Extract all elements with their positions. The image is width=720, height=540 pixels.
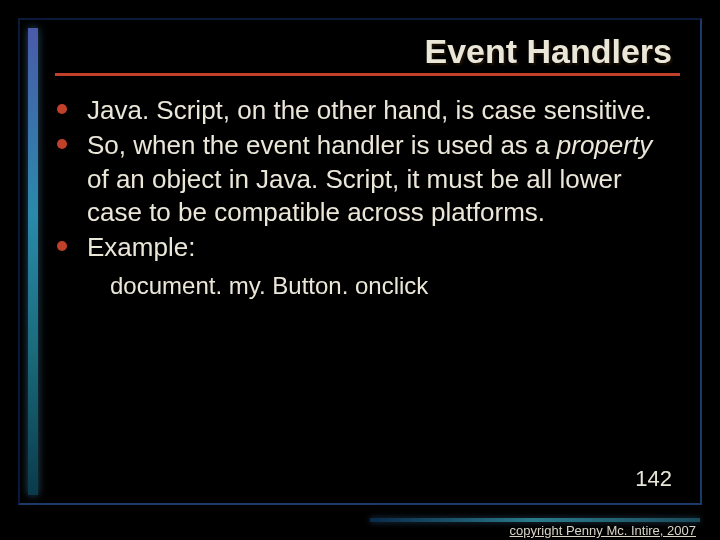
- bullet-text-pre: So, when the event handler is used as a: [87, 130, 557, 160]
- bullet-text-em: property: [557, 130, 652, 160]
- slide-title: Event Handlers: [424, 32, 672, 71]
- bullet-list: Java. Script, on the other hand, is case…: [55, 94, 680, 264]
- slide-content: Event Handlers Java. Script, on the othe…: [55, 32, 680, 490]
- bullet-dot-icon: [57, 104, 67, 114]
- bullet-dot-icon: [57, 139, 67, 149]
- page-number: 142: [635, 466, 672, 492]
- code-example: document. my. Button. onclick: [55, 272, 680, 300]
- title-wrap: Event Handlers: [55, 32, 680, 71]
- left-accent-bar: [28, 28, 38, 495]
- title-underline: [55, 73, 680, 76]
- bullet-text: Example:: [87, 232, 195, 262]
- bottom-accent-bar: [370, 518, 700, 522]
- bullet-item: Java. Script, on the other hand, is case…: [55, 94, 680, 127]
- bullet-item: So, when the event handler is used as a …: [55, 129, 680, 229]
- bullet-text: Java. Script, on the other hand, is case…: [87, 95, 652, 125]
- bullet-text-post: of an object in Java. Script, it must be…: [87, 164, 622, 227]
- copyright-text: copyright Penny Mc. Intire, 2007: [510, 523, 696, 538]
- bullet-dot-icon: [57, 241, 67, 251]
- bullet-item: Example:: [55, 231, 680, 264]
